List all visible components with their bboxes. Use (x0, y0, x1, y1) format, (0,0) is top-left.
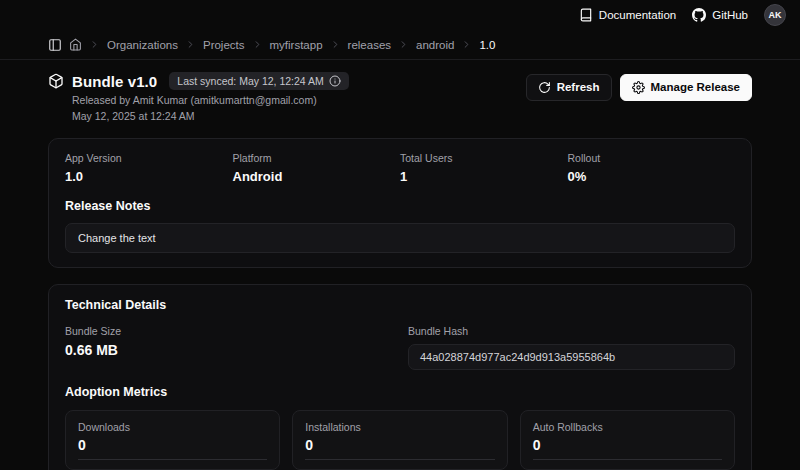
metric-label: Installations (305, 421, 494, 433)
released-by-text: Released by Amit Kumar (amitkumarttn@gma… (72, 94, 349, 106)
chevron-right-icon (461, 39, 472, 50)
technical-details-card: Technical Details Bundle Size 0.66 MB Bu… (48, 284, 752, 470)
last-synced-badge: Last synced: May 12, 12:24 AM (169, 72, 349, 90)
documentation-link[interactable]: Documentation (579, 8, 676, 22)
metric-value: 0 (533, 437, 722, 453)
overview-card: App Version 1.0 Platform Android Total U… (48, 138, 752, 268)
technical-grid: Bundle Size 0.66 MB Bundle Hash 44a02887… (65, 325, 735, 370)
github-label: GitHub (712, 9, 748, 21)
documentation-label: Documentation (599, 9, 676, 21)
bundle-hash: Bundle Hash 44a028874d977ac24d9d913a5955… (408, 325, 735, 370)
release-notes-text: Change the text (78, 232, 156, 244)
panel-left-icon (48, 38, 62, 52)
refresh-button[interactable]: Refresh (526, 74, 612, 101)
metric-downloads: Downloads 0 (65, 410, 280, 470)
main-content: Bundle v1.0 Last synced: May 12, 12:24 A… (0, 60, 800, 470)
chevron-right-icon (398, 39, 409, 50)
metric-label: Auto Rollbacks (533, 421, 722, 433)
chevron-right-icon (185, 39, 196, 50)
page-title: Bundle v1.0 (72, 73, 157, 90)
stat-platform: Platform Android (233, 152, 401, 184)
manage-release-button[interactable]: Manage Release (620, 74, 753, 101)
stat-value: 1.0 (65, 169, 233, 184)
breadcrumb: Organizations Projects myfirstapp releas… (0, 30, 800, 60)
metric-underline (305, 459, 494, 460)
adoption-metrics-heading: Adoption Metrics (65, 385, 735, 399)
last-synced-text: Last synced: May 12, 12:24 AM (177, 75, 324, 87)
metric-auto-rollbacks: Auto Rollbacks 0 (520, 410, 735, 470)
stat-label: Rollout (568, 152, 736, 164)
avatar[interactable]: AK (764, 4, 786, 26)
bundle-hash-value: 44a028874d977ac24d9d913a5955864b (420, 351, 615, 363)
stat-label: Total Users (400, 152, 568, 164)
stat-rollout: Rollout 0% (568, 152, 736, 184)
release-header-left: Bundle v1.0 Last synced: May 12, 12:24 A… (48, 72, 349, 122)
home-icon[interactable] (69, 38, 82, 51)
sidebar-toggle-button[interactable] (48, 38, 62, 52)
chevron-right-icon (89, 39, 100, 50)
breadcrumb-item-releases[interactable]: releases (348, 39, 391, 51)
manage-release-label: Manage Release (651, 82, 741, 94)
released-date-text: May 12, 2025 at 12:24 AM (72, 110, 349, 122)
breadcrumb-item-organizations[interactable]: Organizations (107, 39, 178, 51)
chevron-right-icon (252, 39, 263, 50)
stat-label: Platform (233, 152, 401, 164)
release-header: Bundle v1.0 Last synced: May 12, 12:24 A… (48, 72, 752, 122)
metric-value: 0 (78, 437, 267, 453)
gear-icon (632, 81, 645, 94)
refresh-label: Refresh (557, 82, 600, 94)
metric-label: Downloads (78, 421, 267, 433)
breadcrumb-item-projects[interactable]: Projects (203, 39, 245, 51)
breadcrumb-item-android[interactable]: android (416, 39, 454, 51)
stat-total-users: Total Users 1 (400, 152, 568, 184)
github-icon (692, 8, 706, 22)
stat-app-version: App Version 1.0 (65, 152, 233, 184)
app-window: Documentation GitHub AK Organizations Pr… (0, 0, 800, 470)
package-icon (48, 73, 64, 89)
technical-details-heading: Technical Details (65, 298, 735, 312)
stat-value: 1 (400, 169, 568, 184)
bundle-hash-label: Bundle Hash (408, 325, 735, 337)
release-notes-heading: Release Notes (65, 199, 735, 213)
release-title-row: Bundle v1.0 Last synced: May 12, 12:24 A… (48, 72, 349, 90)
stats-grid: App Version 1.0 Platform Android Total U… (65, 152, 735, 184)
stat-value: Android (233, 169, 401, 184)
top-bar: Documentation GitHub AK (0, 0, 800, 30)
metric-underline (533, 459, 722, 460)
bundle-hash-value-box: 44a028874d977ac24d9d913a5955864b (408, 344, 735, 370)
chevron-right-icon (330, 39, 341, 50)
refresh-icon (538, 81, 551, 94)
stat-label: App Version (65, 152, 233, 164)
bundle-size: Bundle Size 0.66 MB (65, 325, 392, 358)
bundle-size-label: Bundle Size (65, 325, 392, 337)
breadcrumb-item-current: 1.0 (479, 39, 495, 51)
stat-value: 0% (568, 169, 736, 184)
github-link[interactable]: GitHub (692, 8, 748, 22)
breadcrumb-item-myfirstapp[interactable]: myfirstapp (270, 39, 323, 51)
release-notes-field[interactable]: Change the text (65, 223, 735, 253)
metric-value: 0 (305, 437, 494, 453)
metric-underline (78, 459, 267, 460)
top-bar-nav: Documentation GitHub AK (579, 4, 786, 26)
bundle-size-value: 0.66 MB (65, 342, 392, 358)
release-actions: Refresh Manage Release (526, 74, 752, 101)
book-icon (579, 8, 593, 22)
info-icon[interactable] (329, 75, 341, 87)
metric-installations: Installations 0 (292, 410, 507, 470)
metrics-grid: Downloads 0 Installations 0 Auto Rollbac… (65, 410, 735, 470)
